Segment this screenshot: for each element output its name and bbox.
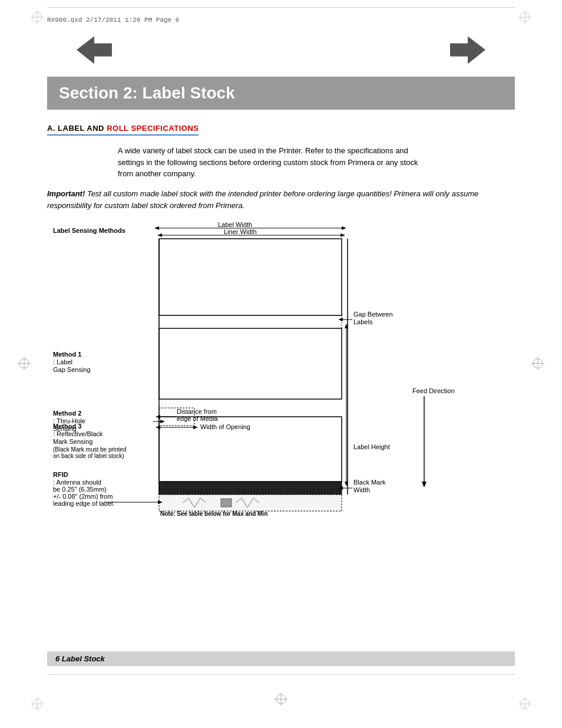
svg-rect-56 bbox=[159, 482, 342, 495]
svg-text:: Antenna should: : Antenna should bbox=[53, 479, 101, 486]
svg-marker-6 bbox=[77, 36, 112, 64]
right-center-crosshair bbox=[531, 357, 544, 371]
reg-mark-bottom-left bbox=[31, 697, 44, 710]
svg-text:(Black Mark must be printed: (Black Mark must be printed bbox=[53, 446, 127, 453]
bottom-border-line bbox=[47, 674, 515, 675]
svg-text:: Label: : Label bbox=[53, 358, 72, 365]
section-a-block: A. LABEL AND ROLL SPECIFICATIONS bbox=[47, 124, 515, 136]
svg-text:Gap Sensing: Gap Sensing bbox=[53, 366, 91, 373]
svg-text:Label Height: Label Height bbox=[353, 443, 390, 450]
svg-text:Method 3: Method 3 bbox=[53, 423, 81, 430]
svg-text:Mark Sensing: Mark Sensing bbox=[53, 438, 92, 445]
left-center-crosshair bbox=[18, 357, 31, 371]
intro-paragraph: A wide variety of label stock can be use… bbox=[118, 145, 424, 180]
svg-text:be 0.25" (6.35mm): be 0.25" (6.35mm) bbox=[53, 486, 107, 493]
footer-text: 6 Label Stock bbox=[55, 654, 105, 663]
diagram-container: Label Sensing Methods Label Width Liner … bbox=[47, 222, 515, 517]
svg-text:Width: Width bbox=[353, 486, 370, 493]
section-a-heading: A. LABEL AND ROLL SPECIFICATIONS bbox=[47, 124, 199, 136]
reg-mark-bottom-right bbox=[518, 697, 531, 710]
file-info: RX900.qxd 2/17/2011 1:26 PM Page 6 bbox=[47, 17, 179, 24]
top-border-line bbox=[47, 7, 515, 8]
nav-forward-arrow[interactable] bbox=[450, 35, 485, 67]
svg-rect-66 bbox=[221, 499, 232, 507]
section-header-text: Section 2: Label Stock bbox=[59, 84, 235, 102]
svg-text:Note: See table below for Max : Note: See table below for Max and Min bbox=[160, 510, 267, 517]
svg-text:leading edge of label.: leading edge of label. bbox=[53, 500, 115, 507]
important-text: Test all custom made label stock with th… bbox=[47, 189, 478, 210]
footer-bar: 6 Label Stock bbox=[47, 651, 515, 666]
svg-text:Label Width: Label Width bbox=[218, 222, 252, 228]
svg-text:+/- 0.08" (2mm) from: +/- 0.08" (2mm) from bbox=[53, 493, 113, 500]
svg-text:Black Mark: Black Mark bbox=[353, 479, 386, 486]
svg-text:Method 2: Method 2 bbox=[53, 410, 81, 417]
svg-text:Width of Opening: Width of Opening bbox=[200, 423, 250, 430]
important-label: Important! bbox=[47, 189, 85, 198]
section-header: Section 2: Label Stock bbox=[47, 77, 515, 110]
meta-bar: RX900.qxd 2/17/2011 1:26 PM Page 6 bbox=[47, 17, 179, 24]
svg-text:Feed Direction: Feed Direction bbox=[412, 387, 455, 394]
reg-mark-top-right bbox=[518, 11, 531, 24]
svg-text:Liner Width: Liner Width bbox=[224, 228, 257, 235]
svg-text:on back side of label stock): on back side of label stock) bbox=[53, 453, 124, 459]
svg-text:: Reflective/Black: : Reflective/Black bbox=[53, 430, 103, 437]
heading-black: A. LABEL AND bbox=[47, 124, 107, 133]
svg-marker-7 bbox=[450, 36, 485, 64]
content-area: A. LABEL AND ROLL SPECIFICATIONS A wide … bbox=[47, 124, 515, 517]
svg-text:Labels: Labels bbox=[353, 318, 373, 325]
svg-text:edge of Media: edge of Media bbox=[177, 415, 219, 422]
page-wrapper: RX900.qxd 2/17/2011 1:26 PM Page 6 Secti… bbox=[0, 0, 562, 728]
svg-text:RFID: RFID bbox=[53, 471, 68, 478]
nav-back-arrow[interactable] bbox=[77, 35, 112, 67]
reg-mark-top-left bbox=[31, 11, 44, 24]
svg-rect-8 bbox=[47, 222, 513, 517]
svg-text:Distance from: Distance from bbox=[177, 408, 217, 415]
svg-text:Gap Between: Gap Between bbox=[353, 311, 393, 318]
bottom-center-crosshair bbox=[275, 693, 287, 707]
important-block: Important! Test all custom made label st… bbox=[47, 188, 515, 212]
heading-red: ROLL SPECIFICATIONS bbox=[107, 124, 199, 133]
svg-text:Label Sensing Methods: Label Sensing Methods bbox=[53, 227, 125, 234]
svg-text:Method 1: Method 1 bbox=[53, 351, 81, 358]
label-diagram: Label Sensing Methods Label Width Liner … bbox=[47, 222, 513, 517]
